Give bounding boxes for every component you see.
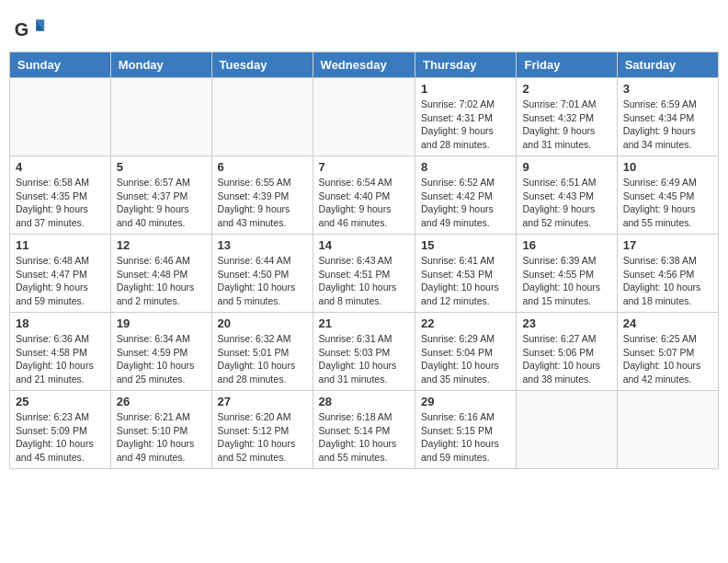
day-cell: 22Sunrise: 6:29 AMSunset: 5:04 PMDayligh… (415, 313, 517, 391)
day-cell: 19Sunrise: 6:34 AMSunset: 4:59 PMDayligh… (110, 313, 211, 391)
day-number: 16 (522, 238, 610, 252)
week-row-3: 11Sunrise: 6:48 AMSunset: 4:47 PMDayligh… (10, 235, 719, 313)
day-number: 13 (218, 238, 307, 252)
day-info: Sunrise: 6:43 AMSunset: 4:51 PMDaylight:… (319, 254, 409, 308)
day-info: Sunrise: 6:27 AMSunset: 5:06 PMDaylight:… (522, 332, 610, 386)
logo: G (13, 13, 48, 46)
day-number: 15 (421, 238, 510, 252)
page-header: G (9, 9, 719, 46)
day-cell: 6Sunrise: 6:55 AMSunset: 4:39 PMDaylight… (211, 156, 313, 235)
week-row-2: 4Sunrise: 6:58 AMSunset: 4:35 PMDaylight… (10, 156, 719, 235)
day-cell: 3Sunrise: 6:59 AMSunset: 4:34 PMDaylight… (617, 78, 718, 156)
day-number: 24 (623, 316, 712, 330)
day-number: 3 (623, 82, 712, 96)
day-header-tuesday: Tuesday (211, 52, 313, 78)
day-cell (10, 78, 111, 156)
day-cell: 16Sunrise: 6:39 AMSunset: 4:55 PMDayligh… (517, 235, 617, 313)
day-cell: 29Sunrise: 6:16 AMSunset: 5:15 PMDayligh… (415, 391, 517, 469)
day-info: Sunrise: 6:31 AMSunset: 5:03 PMDaylight:… (319, 332, 409, 386)
day-info: Sunrise: 6:39 AMSunset: 4:55 PMDaylight:… (522, 254, 610, 308)
day-number: 28 (319, 395, 409, 408)
svg-text:G: G (15, 19, 28, 40)
day-number: 7 (319, 160, 409, 174)
day-number: 17 (623, 238, 712, 252)
day-number: 18 (16, 316, 105, 330)
week-row-1: 1Sunrise: 7:02 AMSunset: 4:31 PMDaylight… (10, 78, 719, 156)
day-info: Sunrise: 6:29 AMSunset: 5:04 PMDaylight:… (421, 332, 510, 386)
day-cell (110, 78, 211, 156)
day-cell: 26Sunrise: 6:21 AMSunset: 5:10 PMDayligh… (110, 391, 211, 469)
day-headers-row: SundayMondayTuesdayWednesdayThursdayFrid… (10, 52, 719, 78)
day-header-sunday: Sunday (10, 52, 111, 78)
day-info: Sunrise: 6:44 AMSunset: 4:50 PMDaylight:… (218, 254, 307, 308)
day-info: Sunrise: 6:18 AMSunset: 5:14 PMDaylight:… (319, 410, 409, 465)
day-info: Sunrise: 6:36 AMSunset: 4:58 PMDaylight:… (16, 332, 105, 386)
day-cell: 9Sunrise: 6:51 AMSunset: 4:43 PMDaylight… (517, 156, 617, 235)
day-info: Sunrise: 6:58 AMSunset: 4:35 PMDaylight:… (16, 176, 105, 230)
day-cell: 24Sunrise: 6:25 AMSunset: 5:07 PMDayligh… (617, 313, 718, 391)
day-cell: 18Sunrise: 6:36 AMSunset: 4:58 PMDayligh… (10, 313, 111, 391)
day-info: Sunrise: 6:49 AMSunset: 4:45 PMDaylight:… (623, 176, 712, 230)
day-number: 5 (117, 160, 206, 174)
day-number: 12 (117, 238, 206, 252)
day-cell: 2Sunrise: 7:01 AMSunset: 4:32 PMDaylight… (517, 78, 617, 156)
day-info: Sunrise: 7:01 AMSunset: 4:32 PMDaylight:… (522, 98, 610, 152)
day-number: 14 (319, 238, 409, 252)
day-cell: 10Sunrise: 6:49 AMSunset: 4:45 PMDayligh… (617, 156, 718, 235)
day-number: 11 (16, 238, 105, 252)
day-number: 22 (421, 316, 510, 330)
day-cell (517, 391, 617, 469)
day-number: 29 (421, 395, 510, 408)
day-number: 27 (218, 395, 307, 408)
day-header-thursday: Thursday (415, 52, 517, 78)
day-number: 8 (421, 160, 510, 174)
day-cell: 28Sunrise: 6:18 AMSunset: 5:14 PMDayligh… (313, 391, 415, 469)
day-header-saturday: Saturday (617, 52, 718, 78)
day-info: Sunrise: 6:20 AMSunset: 5:12 PMDaylight:… (218, 410, 307, 465)
day-info: Sunrise: 6:21 AMSunset: 5:10 PMDaylight:… (117, 410, 206, 465)
day-cell: 4Sunrise: 6:58 AMSunset: 4:35 PMDaylight… (10, 156, 111, 235)
day-number: 9 (522, 160, 610, 174)
day-cell: 25Sunrise: 6:23 AMSunset: 5:09 PMDayligh… (10, 391, 111, 469)
day-number: 20 (218, 316, 307, 330)
day-cell: 11Sunrise: 6:48 AMSunset: 4:47 PMDayligh… (10, 235, 111, 313)
day-cell (313, 78, 415, 156)
day-number: 2 (522, 82, 610, 96)
day-number: 6 (218, 160, 307, 174)
day-number: 21 (319, 316, 409, 330)
day-number: 1 (421, 82, 510, 96)
day-info: Sunrise: 7:02 AMSunset: 4:31 PMDaylight:… (421, 98, 510, 152)
calendar-table: SundayMondayTuesdayWednesdayThursdayFrid… (9, 52, 719, 469)
day-info: Sunrise: 6:59 AMSunset: 4:34 PMDaylight:… (623, 98, 712, 152)
day-info: Sunrise: 6:54 AMSunset: 4:40 PMDaylight:… (319, 176, 409, 230)
day-number: 25 (16, 395, 105, 408)
day-info: Sunrise: 6:23 AMSunset: 5:09 PMDaylight:… (16, 410, 105, 465)
day-info: Sunrise: 6:32 AMSunset: 5:01 PMDaylight:… (218, 332, 307, 386)
week-row-4: 18Sunrise: 6:36 AMSunset: 4:58 PMDayligh… (10, 313, 719, 391)
day-cell: 8Sunrise: 6:52 AMSunset: 4:42 PMDaylight… (415, 156, 517, 235)
day-number: 4 (16, 160, 105, 174)
day-info: Sunrise: 6:51 AMSunset: 4:43 PMDaylight:… (522, 176, 610, 230)
day-cell: 1Sunrise: 7:02 AMSunset: 4:31 PMDaylight… (415, 78, 517, 156)
day-info: Sunrise: 6:55 AMSunset: 4:39 PMDaylight:… (218, 176, 307, 230)
day-cell (617, 391, 718, 469)
day-info: Sunrise: 6:34 AMSunset: 4:59 PMDaylight:… (117, 332, 206, 386)
day-cell: 20Sunrise: 6:32 AMSunset: 5:01 PMDayligh… (211, 313, 313, 391)
day-number: 26 (117, 395, 206, 408)
logo-icon: G (13, 13, 46, 46)
day-header-monday: Monday (110, 52, 211, 78)
day-cell: 5Sunrise: 6:57 AMSunset: 4:37 PMDaylight… (110, 156, 211, 235)
day-info: Sunrise: 6:48 AMSunset: 4:47 PMDaylight:… (16, 254, 105, 308)
day-header-wednesday: Wednesday (313, 52, 415, 78)
day-header-friday: Friday (517, 52, 617, 78)
day-cell: 23Sunrise: 6:27 AMSunset: 5:06 PMDayligh… (517, 313, 617, 391)
day-number: 10 (623, 160, 712, 174)
day-cell: 17Sunrise: 6:38 AMSunset: 4:56 PMDayligh… (617, 235, 718, 313)
day-info: Sunrise: 6:25 AMSunset: 5:07 PMDaylight:… (623, 332, 712, 386)
day-number: 19 (117, 316, 206, 330)
day-info: Sunrise: 6:52 AMSunset: 4:42 PMDaylight:… (421, 176, 510, 230)
day-cell: 15Sunrise: 6:41 AMSunset: 4:53 PMDayligh… (415, 235, 517, 313)
day-number: 23 (522, 316, 610, 330)
day-info: Sunrise: 6:16 AMSunset: 5:15 PMDaylight:… (421, 410, 510, 465)
day-cell: 12Sunrise: 6:46 AMSunset: 4:48 PMDayligh… (110, 235, 211, 313)
